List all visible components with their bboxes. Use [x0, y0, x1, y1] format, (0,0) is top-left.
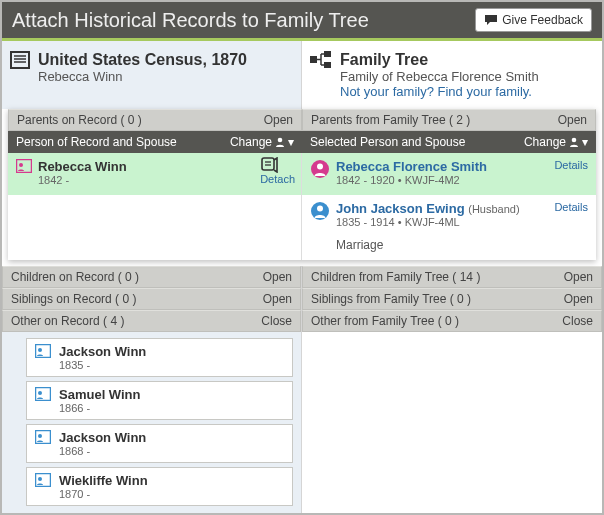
tree-header: Family Tree Family of Rebecca Florence S… [302, 41, 602, 109]
give-feedback-button[interactable]: Give Feedback [475, 8, 592, 32]
tree-person-row: Rebecca Florence Smith 1842 - 1920 • KWJ… [302, 153, 596, 195]
record-card-icon [35, 387, 51, 401]
svg-rect-0 [11, 52, 29, 68]
tree-spouse-row: John Jackson Ewing (Husband) 1835 - 1914… [302, 195, 596, 234]
other-tree-row[interactable]: Other from Family Tree ( 0 ) Close [302, 310, 602, 332]
list-item[interactable]: Samuel Winn1866 - [26, 381, 293, 420]
record-person-meta: 1842 - [38, 174, 127, 186]
svg-rect-6 [324, 62, 331, 68]
person-record-header: Person of Record and Spouse Change ▾ [8, 131, 302, 153]
tree-person-meta: 1842 - 1920 • KWJF-4M2 [336, 174, 487, 186]
svg-point-25 [38, 477, 42, 481]
chevron-down-icon: ▾ [582, 135, 588, 149]
svg-point-8 [572, 138, 577, 143]
details-link[interactable]: Details [554, 201, 588, 213]
detach-button[interactable]: Detach [260, 157, 295, 185]
list-item[interactable]: Jackson Winn1835 - [26, 338, 293, 377]
open-button[interactable]: Open [558, 113, 587, 127]
open-button[interactable]: Open [264, 113, 293, 127]
children-tree-row[interactable]: Children from Family Tree ( 14 ) Open [302, 266, 602, 288]
compare-panel: Parents on Record ( 0 ) Open Parents fro… [8, 109, 596, 260]
parents-record-row[interactable]: Parents on Record ( 0 ) Open [8, 109, 302, 131]
tree-spouse-meta: 1835 - 1914 • KWJF-4ML [336, 216, 520, 228]
tree-title: Family Tree [340, 51, 539, 69]
source-person: Rebecca Winn [38, 69, 247, 84]
record-card-icon [35, 473, 51, 487]
siblings-record-row[interactable]: Siblings on Record ( 0 ) Open [2, 288, 301, 310]
tree-spouse-rel: (Husband) [468, 203, 519, 215]
record-card-icon [35, 430, 51, 444]
detach-icon [260, 157, 278, 173]
close-button[interactable]: Close [562, 314, 593, 328]
svg-point-19 [38, 348, 42, 352]
open-button[interactable]: Open [564, 270, 593, 284]
find-family-link[interactable]: Not your family? Find your family. [340, 84, 539, 99]
tree-person-name[interactable]: Rebecca Florence Smith [336, 159, 487, 174]
open-button[interactable]: Open [564, 292, 593, 306]
male-icon [310, 201, 330, 221]
open-button[interactable]: Open [263, 292, 292, 306]
person-icon [275, 137, 285, 147]
svg-rect-4 [310, 56, 317, 63]
tree-subtitle: Family of Rebecca Florence Smith [340, 69, 539, 84]
children-record-row[interactable]: Children on Record ( 0 ) Open [2, 266, 301, 288]
list-item[interactable]: Jackson Winn1868 - [26, 424, 293, 463]
record-person-name: Rebecca Winn [38, 159, 127, 174]
svg-point-15 [317, 164, 323, 170]
page-title: Attach Historical Records to Family Tree [12, 9, 369, 32]
record-card-icon [35, 344, 51, 358]
record-card-icon [16, 159, 32, 173]
svg-point-7 [278, 138, 283, 143]
person-icon [569, 137, 579, 147]
tree-spouse-name[interactable]: John Jackson Ewing [336, 201, 465, 216]
speech-bubble-icon [484, 14, 498, 26]
svg-point-23 [38, 434, 42, 438]
list-item[interactable]: Wiekliffe Winn1870 - [26, 467, 293, 506]
open-button[interactable]: Open [263, 270, 292, 284]
source-title: United States Census, 1870 [38, 51, 247, 69]
tree-icon [310, 51, 332, 69]
marriage-label: Marriage [302, 234, 596, 260]
parents-tree-row[interactable]: Parents from Family Tree ( 2 ) Open [302, 109, 596, 131]
svg-rect-11 [262, 158, 274, 170]
document-icon [10, 51, 30, 69]
change-person-button[interactable]: Change ▾ [524, 135, 588, 149]
female-icon [310, 159, 330, 179]
close-button[interactable]: Close [261, 314, 292, 328]
details-link[interactable]: Details [554, 159, 588, 171]
siblings-tree-row[interactable]: Siblings from Family Tree ( 0 ) Open [302, 288, 602, 310]
svg-point-21 [38, 391, 42, 395]
record-person-row: Rebecca Winn 1842 - Detach [8, 153, 301, 195]
change-person-button[interactable]: Change ▾ [230, 135, 294, 149]
svg-rect-5 [324, 51, 331, 57]
page-header: Attach Historical Records to Family Tree… [2, 2, 602, 41]
svg-point-10 [19, 163, 23, 167]
chevron-down-icon: ▾ [288, 135, 294, 149]
other-record-row[interactable]: Other on Record ( 4 ) Close [2, 310, 301, 332]
svg-point-17 [317, 206, 323, 212]
selected-tree-header: Selected Person and Spouse Change ▾ [302, 131, 596, 153]
source-header: United States Census, 1870 Rebecca Winn [2, 41, 301, 94]
other-list: Jackson Winn1835 - Samuel Winn1866 - Jac… [2, 332, 301, 515]
